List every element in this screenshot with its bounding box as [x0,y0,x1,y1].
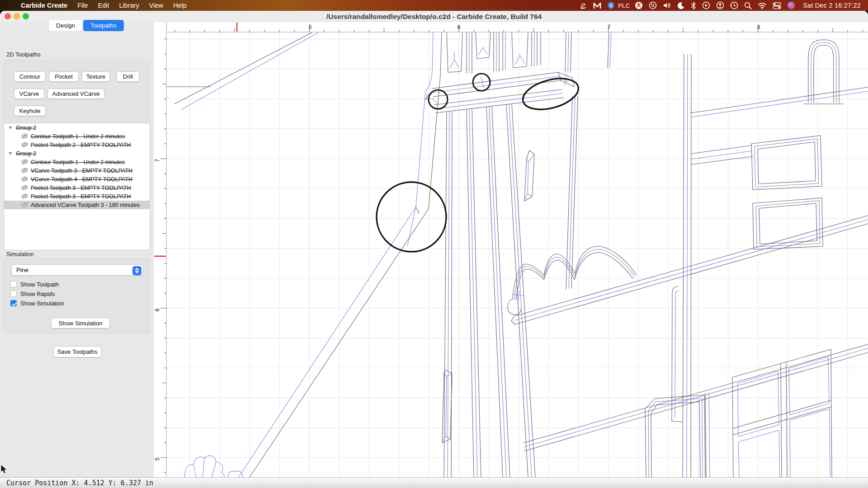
select-stepper-icon[interactable] [132,266,142,275]
svg-text:7: 7 [154,159,160,162]
design-canvas[interactable]: 5678765 [154,22,868,477]
toolpath-button-vcarve[interactable]: VCarve [14,89,44,99]
control-center-icon[interactable] [772,0,782,11]
tree-group-row[interactable]: Group 2 [4,149,150,158]
search-icon[interactable] [743,0,753,11]
toolpath-icon [21,133,28,139]
chevron-down-icon[interactable] [9,152,12,155]
material-value: Pine [16,267,28,273]
toolpath-buttons-panel: ContourPocketTextureDrillVCarveAdvanced … [4,60,150,127]
toolpath-tree: Group 2Contour Toolpath 1 - Under 2 minu… [4,123,150,250]
toolpath-button-pocket[interactable]: Pocket [49,71,79,82]
toolpath-icon [21,185,28,191]
svg-text:5: 5 [154,457,160,460]
user-circle-icon[interactable] [715,0,725,11]
toolpath-button-texture[interactable]: Texture [82,71,110,82]
tree-item-row[interactable]: VCarve Toolpath 3 - EMPTY TOOLPATH [4,166,150,175]
material-select[interactable]: Pine [11,264,143,276]
tree-item-row[interactable]: Contour Toolpath 1 - Under 2 minutes [4,158,150,166]
time-machine-icon[interactable] [729,0,739,11]
checkbox-show-simulation[interactable]: Show Simulation [10,300,64,307]
checkbox-label: Show Toolpath [20,281,59,288]
checkbox-label: Show Simulation [20,300,64,307]
plc-label[interactable]: PLC [618,2,630,9]
simulation-panel: Pine Show ToolpathShow RapidsShow Simula… [4,258,150,333]
menu-edit[interactable]: Edit [93,0,114,11]
tree-group-row[interactable]: Group 2 [4,123,150,132]
tree-item-row[interactable]: VCarve Toolpath 4 - EMPTY TOOLPATH [4,175,150,183]
tree-row-label: Pocket Toolpath 2 - EMPTY TOOLPATH [31,142,131,148]
save-toolpaths-button[interactable]: Save Toolpaths [53,346,101,357]
ruler-left [154,22,166,477]
shield-icon[interactable]: G [606,0,616,11]
svg-text:8: 8 [757,24,760,30]
menu-help[interactable]: Help [168,0,192,11]
tree-item-row[interactable]: Advanced VCarve Toolpath 3 - 180 minutes [4,201,150,209]
mouse-cursor [0,465,8,474]
app-menu-title[interactable]: Carbide Create [16,0,72,11]
toolpath-button-contour[interactable]: Contour [14,71,46,82]
toolpath-icon [21,202,28,208]
show-simulation-button[interactable]: Show Simulation [51,318,110,328]
menu-bar: Carbide Create File Edit Library View He… [0,0,868,11]
svg-text:7: 7 [608,24,611,30]
checkbox-show-rapids[interactable]: Show Rapids [10,290,55,297]
toolpath-icon [21,159,28,165]
checkbox-icon[interactable] [10,300,17,306]
svg-text:6: 6 [154,308,160,311]
section-simulation-label: Simulation [6,251,34,258]
status-bar: Cursor Position X: 4.512 Y: 6.327 in [0,477,868,488]
toolpath-icon [21,193,28,199]
volume-icon[interactable] [662,0,672,11]
tree-row-label: Group 2 [16,150,36,157]
tree-item-row[interactable]: Pocket Toolpath 3 - EMPTY TOOLPATH [4,183,150,192]
moon-icon[interactable] [676,0,686,11]
screen: Carbide Create File Edit Library View He… [0,0,868,488]
toolpath-icon [21,142,28,148]
tree-row-label: Pocket Toolpath 3 - EMPTY TOOLPATH [31,185,131,191]
toolpath-button-drill[interactable]: Drill [117,71,139,82]
toolpath-button-advanced-vcarve[interactable]: Advanced VCarve [47,89,104,99]
mail-m-icon[interactable] [592,0,602,11]
x-circle-icon[interactable] [634,0,644,11]
play-circle-icon[interactable] [701,0,711,11]
tree-row-label: VCarve Toolpath 3 - EMPTY TOOLPATH [31,168,132,174]
menu-file[interactable]: File [72,0,93,11]
tree-row-label: VCarve Toolpath 4 - EMPTY TOOLPATH [31,176,132,183]
toolpath-icon [21,176,28,182]
toolpaths-sidebar: 2D Toolpaths ContourPocketTextureDrillVC… [0,22,154,477]
checkbox-icon[interactable] [10,281,17,287]
ruler-top [154,22,868,32]
percent-circle-icon[interactable] [648,0,658,11]
svg-text:5: 5 [309,24,312,30]
menu-view[interactable]: View [144,0,168,11]
scribe-app-icon[interactable] [579,0,588,11]
tree-row-label: Pocket Toolpath 3 - EMPTY TOOLPATH [31,193,131,200]
app-window: /Users/randallsmedley/Desktop/o.c2d - Ca… [0,11,868,488]
view-tabs: Design Toolpaths [49,20,124,31]
svg-text:6: 6 [458,24,461,30]
tree-item-row[interactable]: Pocket Toolpath 3 - EMPTY TOOLPATH [4,192,150,201]
tree-row-label: Advanced VCarve Toolpath 3 - 180 minutes [31,202,140,208]
chevron-down-icon[interactable] [9,127,12,129]
svg-text:G: G [609,3,613,8]
menu-clock[interactable]: Sat Dec 2 16:27:22 [803,2,861,9]
siri-icon[interactable] [786,0,796,11]
tab-toolpaths[interactable]: Toolpaths [83,20,124,31]
toolpath-button-keyhole[interactable]: Keyhole [14,106,46,116]
wifi-icon[interactable] [757,0,768,11]
bluetooth-icon[interactable] [690,0,697,11]
apple-menu-icon[interactable] [0,0,16,11]
annotation-circle-large [377,182,446,252]
section-2d-toolpaths-label: 2D Toolpaths [6,51,41,58]
tree-item-row[interactable]: Contour Toolpath 1 - Under 2 minutes [4,132,150,141]
checkbox-show-toolpath[interactable]: Show Toolpath [10,281,59,288]
checkbox-icon[interactable] [10,291,17,297]
tree-item-row[interactable]: Pocket Toolpath 2 - EMPTY TOOLPATH [4,141,150,149]
canvas-drawing [163,33,868,477]
tree-row-label: Group 2 [16,125,36,131]
checkbox-label: Show Rapids [20,291,55,297]
menu-library[interactable]: Library [114,0,144,11]
tab-design[interactable]: Design [49,20,82,31]
cursor-position-text: Cursor Position X: 4.512 Y: 6.327 in [6,479,153,487]
